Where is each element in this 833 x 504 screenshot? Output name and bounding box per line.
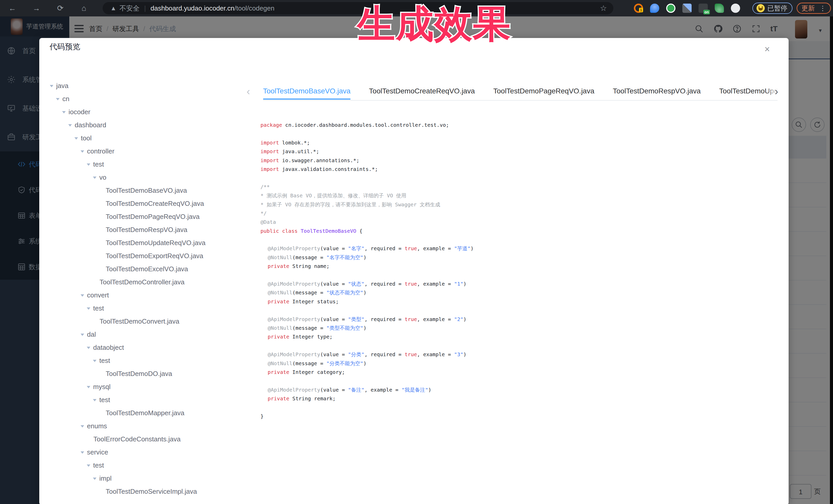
tree-node-label: ToolTestDemoPageReqVO.java xyxy=(106,213,200,221)
tree-expand-caret-icon[interactable] xyxy=(74,137,78,141)
tab-ToolTestDemoCreateReqVO.java[interactable]: ToolTestDemoCreateReqVO.java xyxy=(369,84,475,100)
reload-icon[interactable]: ⟳ xyxy=(53,0,68,17)
tree-folder-test[interactable]: test xyxy=(39,354,257,367)
code-line: @Data xyxy=(260,218,779,226)
tree-folder-dal[interactable]: dal xyxy=(39,328,257,341)
tree-expand-caret-icon[interactable] xyxy=(87,464,90,469)
tree-folder-iocoder[interactable]: iocoder xyxy=(39,105,257,119)
tree-folder-test[interactable]: test xyxy=(39,302,257,315)
tree-file-ToolTestDemoDO.java[interactable]: ToolTestDemoDO.java xyxy=(39,367,257,380)
tree-expand-caret-icon[interactable] xyxy=(80,294,84,298)
tree-folder-test[interactable]: test xyxy=(39,393,257,407)
code-line: @ApiModelProperty(value = "备注", example … xyxy=(260,385,779,394)
tree-file-ToolTestDemoRespVO.java[interactable]: ToolTestDemoRespVO.java xyxy=(39,223,257,236)
tree-folder-controller[interactable]: controller xyxy=(39,145,257,158)
tree-node-label: ToolTestDemoServiceImpl.java xyxy=(106,487,197,496)
tree-expand-caret-icon[interactable] xyxy=(87,164,90,168)
code-line: @ApiModelProperty(value = "状态", required… xyxy=(260,280,779,288)
file-tabs-bar: ‹ ToolTestDemoBaseVO.javaToolTestDemoCre… xyxy=(39,84,789,100)
tree-folder-enums[interactable]: enums xyxy=(39,419,257,433)
tree-folder-test[interactable]: test xyxy=(39,158,257,171)
tabs-scroll-left-icon[interactable]: ‹ xyxy=(246,84,250,100)
tree-file-ToolTestDemoController.java[interactable]: ToolTestDemoController.java xyxy=(39,275,257,289)
tree-folder-dashboard[interactable]: dashboard xyxy=(39,119,257,131)
tabs-scroll-right-icon[interactable]: › xyxy=(775,84,778,100)
tree-node-label: controller xyxy=(87,147,115,155)
tree-folder-service[interactable]: service xyxy=(39,446,257,459)
tree-node-label: ToolTestDemoMapper.java xyxy=(106,409,184,417)
tree-expand-caret-icon[interactable] xyxy=(80,451,84,456)
tree-expand-caret-icon[interactable] xyxy=(80,425,84,429)
forward-icon[interactable]: → xyxy=(29,0,44,17)
tree-node-label: test xyxy=(99,357,110,365)
tree-node-label: dal xyxy=(87,331,96,338)
chrome-update-button[interactable]: 更新 ⋮ xyxy=(796,3,831,14)
tree-node-label: ToolTestDemoConvert.java xyxy=(100,317,180,326)
tree-file-ToolTestDemoPageReqVO.java[interactable]: ToolTestDemoPageReqVO.java xyxy=(39,210,257,223)
tree-folder-mysql[interactable]: mysql xyxy=(39,380,257,393)
tree-file-ToolTestDemoMapper.java[interactable]: ToolTestDemoMapper.java xyxy=(39,407,257,419)
tree-expand-caret-icon[interactable] xyxy=(93,478,96,482)
code-line: @ApiModelProperty(value = "名字", required… xyxy=(260,244,779,253)
tree-folder-test[interactable]: test xyxy=(39,459,257,472)
tree-file-ToolTestDemoExportReqVO.java[interactable]: ToolTestDemoExportReqVO.java xyxy=(39,249,257,263)
tree-folder-tool[interactable]: tool xyxy=(39,131,257,145)
tree-file-ToolTestDemoExcelVO.java[interactable]: ToolTestDemoExcelVO.java xyxy=(39,263,257,275)
home-icon[interactable]: ⌂ xyxy=(76,0,92,17)
tree-file-ToolTestDemoServiceImpl.java[interactable]: ToolTestDemoServiceImpl.java xyxy=(39,485,257,498)
tree-expand-caret-icon[interactable] xyxy=(87,347,90,351)
code-line: private Integer type; xyxy=(260,332,779,341)
tree-file-ToolTestDemoUpdateReqVO.java[interactable]: ToolTestDemoUpdateReqVO.java xyxy=(39,236,257,249)
chrome-menu-icon[interactable]: ⋮ xyxy=(819,4,826,12)
tree-folder-vo[interactable]: vo xyxy=(39,171,257,184)
orange-shield-extension-icon[interactable]: 1 xyxy=(634,4,643,13)
tree-folder-impl[interactable]: impl xyxy=(39,472,257,485)
tab-ToolTestDemoRespVO.java[interactable]: ToolTestDemoRespVO.java xyxy=(613,84,700,100)
bookmark-star-icon[interactable]: ☆ xyxy=(600,0,607,17)
code-line: * 测试示例 Base VO，提供给添加、修改、详细的子 VO 使用 xyxy=(260,191,779,200)
tab-ToolTestDemoBaseVO.java[interactable]: ToolTestDemoBaseVO.java xyxy=(263,84,351,100)
code-line: @NotNull(message = "状态不能为空") xyxy=(260,288,779,297)
tree-expand-caret-icon[interactable] xyxy=(80,150,84,154)
tree-folder-dataobject[interactable]: dataobject xyxy=(39,341,257,354)
sprout-extension-icon[interactable] xyxy=(715,4,724,13)
extension-icons-row: 1on xyxy=(634,4,740,13)
tree-file-ToolTestDemoBaseVO.java[interactable]: ToolTestDemoBaseVO.java xyxy=(39,184,257,197)
code-viewer[interactable]: package cn.iocoder.dashboard.modules.too… xyxy=(260,121,779,421)
dialog-title: 代码预览 xyxy=(50,42,80,52)
code-line: @NotNull(message = "类型不能为空") xyxy=(260,323,779,332)
tree-folder-convert[interactable]: convert xyxy=(39,289,257,302)
tree-expand-caret-icon[interactable] xyxy=(62,111,66,115)
tree-expand-caret-icon[interactable] xyxy=(68,124,72,128)
tree-expand-caret-icon[interactable] xyxy=(93,399,96,403)
close-icon[interactable]: × xyxy=(764,45,770,54)
tree-file-ToolErrorCodeConstants.java[interactable]: ToolErrorCodeConstants.java xyxy=(39,433,257,446)
tree-node-label: test xyxy=(93,461,104,470)
tree-expand-caret-icon[interactable] xyxy=(93,176,96,181)
list-on-extension-icon[interactable]: on xyxy=(698,4,708,13)
blue-drop-extension-icon[interactable] xyxy=(650,4,659,13)
back-icon[interactable]: ← xyxy=(5,0,20,17)
tree-expand-caret-icon[interactable] xyxy=(87,307,90,312)
url-host: dashboard.yudao.iocoder.cn xyxy=(151,4,235,12)
code-line: } xyxy=(260,412,779,421)
tree-expand-caret-icon[interactable] xyxy=(87,386,90,390)
tab-ToolTestDemoPageReqVO.java[interactable]: ToolTestDemoPageReqVO.java xyxy=(493,84,594,100)
tree-file-ToolTestDemoCreateReqVO.java[interactable]: ToolTestDemoCreateReqVO.java xyxy=(39,197,257,210)
green-circle-extension-icon[interactable] xyxy=(666,4,675,13)
grid-extension-icon[interactable] xyxy=(682,4,692,13)
puzzle-extension-icon[interactable] xyxy=(731,4,740,13)
code-line: private Integer category; xyxy=(260,368,779,377)
tree-expand-caret-icon[interactable] xyxy=(80,334,84,338)
app-page: 芋道管理系统 首页系统管理基础设施研发工具 代码生成代码示例表单构建系统接口数据… xyxy=(0,17,833,504)
tree-node-label: dashboard xyxy=(75,121,106,129)
extension-on-badge: on xyxy=(704,10,710,15)
security-warning-icon: ▲ xyxy=(110,5,117,12)
tree-file-ToolTestDemoConvert.java[interactable]: ToolTestDemoConvert.java xyxy=(39,315,257,328)
profile-paused-chip[interactable]: 已暂停 xyxy=(753,3,792,14)
code-line: * 如果子 VO 存在差异的字段，请不要添加到这里，影响 Swagger 文档生… xyxy=(260,200,779,209)
tree-node-label: ToolTestDemoCreateReqVO.java xyxy=(106,200,204,208)
code-line xyxy=(260,306,779,315)
tree-expand-caret-icon[interactable] xyxy=(93,360,96,364)
tree-node-label: ToolErrorCodeConstants.java xyxy=(93,435,181,443)
